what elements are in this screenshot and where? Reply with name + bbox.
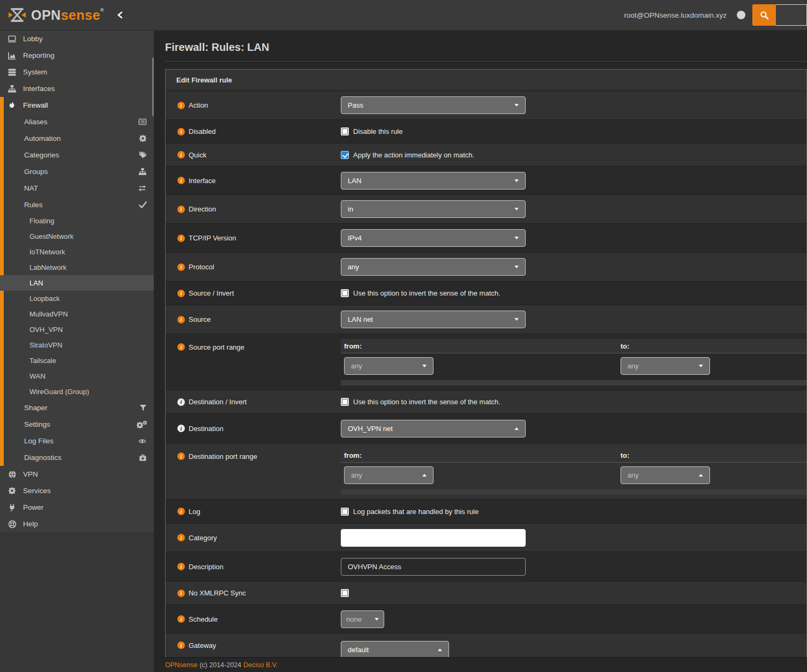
field-label: No XMLRPC Sync — [189, 589, 246, 597]
info-icon[interactable] — [177, 590, 185, 597]
gateway-select[interactable]: default — [341, 641, 449, 658]
sidebar-item-system[interactable]: System — [0, 64, 154, 80]
info-icon[interactable] — [177, 102, 185, 109]
selected-value: IPv4 — [348, 234, 362, 242]
no-xmlrpc-sync-checkbox[interactable] — [341, 589, 349, 597]
schedule-select[interactable]: none — [341, 610, 384, 628]
info-icon[interactable] — [177, 177, 185, 184]
edit-firewall-rule-panel: Edit Firewall rule Action Pass Disabled … — [165, 69, 807, 658]
sidebar-item-automation[interactable]: Automation — [0, 130, 154, 147]
sidebar-item-label: Firewall — [23, 101, 48, 109]
info-icon[interactable] — [177, 128, 185, 135]
sidebar-item-aliases[interactable]: Aliases — [0, 114, 154, 130]
row-interface: Interface LAN — [166, 167, 806, 195]
horizontal-scrollbar[interactable] — [341, 489, 806, 495]
search-input[interactable] — [776, 4, 807, 26]
category-input[interactable] — [341, 529, 526, 547]
info-icon[interactable] — [177, 615, 185, 623]
protocol-select[interactable]: any — [341, 258, 526, 276]
sidebar-item-stratovpn[interactable]: StratoVPN — [0, 337, 154, 353]
brand-logo[interactable]: OPNsense® — [0, 7, 154, 23]
sidebar-item-labnetwork[interactable]: LabNetwork — [0, 260, 154, 275]
log-checkbox[interactable] — [341, 508, 349, 516]
sidebar-item-label: OVH_VPN — [29, 326, 63, 334]
info-icon[interactable] — [177, 263, 185, 271]
sidebar-item-interfaces[interactable]: Interfaces — [0, 80, 154, 97]
destination-port-from-select[interactable]: any — [344, 466, 434, 484]
info-icon[interactable] — [177, 508, 185, 515]
caret-down-icon — [375, 618, 379, 621]
sidebar-item-wan[interactable]: WAN — [0, 368, 154, 384]
info-icon[interactable] — [177, 452, 185, 460]
source-select[interactable]: LAN net — [341, 311, 526, 328]
opnsense-link[interactable]: OPNsense — [165, 661, 197, 669]
destination-select[interactable]: OVH_VPN net — [341, 420, 526, 437]
info-icon[interactable] — [177, 563, 185, 570]
sidebar-item-services[interactable]: Services — [0, 482, 154, 499]
source-port-to-select[interactable]: any — [621, 357, 710, 375]
sidebar-item-groups[interactable]: Groups — [0, 163, 154, 180]
description-input[interactable] — [341, 558, 526, 576]
page-title: Firewall: Rules: LAN — [165, 41, 807, 54]
info-icon[interactable] — [177, 534, 185, 541]
quick-checkbox[interactable] — [341, 151, 349, 159]
info-icon[interactable] — [177, 398, 185, 406]
selected-value: any — [351, 471, 362, 479]
sidebar-item-firewall[interactable]: Firewall — [0, 97, 154, 114]
sidebar-item-ovh-vpn[interactable]: OVH_VPN — [0, 322, 154, 337]
destination-port-to-select[interactable]: any — [621, 466, 710, 484]
tags-icon — [138, 151, 147, 159]
tcpip-version-select[interactable]: IPv4 — [341, 229, 526, 247]
sidebar-item-iotnetwork[interactable]: IoTNetwork — [0, 244, 154, 260]
info-icon[interactable] — [177, 206, 185, 213]
sidebar-item-loopback[interactable]: Loopback — [0, 291, 154, 306]
info-icon[interactable] — [177, 290, 185, 297]
sidebar-item-power[interactable]: Power — [0, 499, 154, 516]
sidebar-item-mullvadvpn[interactable]: MullvadVPN — [0, 306, 154, 322]
source-port-from-select[interactable]: any — [344, 357, 434, 375]
row-source: Source LAN net — [166, 305, 806, 334]
sidebar-item-log-files[interactable]: Log Files — [0, 433, 154, 449]
caret-down-icon — [514, 266, 519, 268]
destination-invert-checkbox[interactable] — [341, 398, 349, 406]
interface-select[interactable]: LAN — [341, 172, 526, 190]
sidebar-item-lobby[interactable]: Lobby — [0, 31, 154, 47]
sidebar-collapse-chevron-left-icon[interactable] — [117, 11, 123, 19]
sidebar-item-wireguard-group[interactable]: WireGuard (Group) — [0, 384, 154, 399]
sidebar-item-diagnostics[interactable]: Diagnostics — [0, 449, 154, 466]
sidebar-item-rules[interactable]: Rules — [0, 197, 154, 213]
info-icon[interactable] — [177, 425, 185, 432]
selected-value: any — [351, 362, 362, 370]
deciso-link[interactable]: Deciso B.V. — [243, 661, 278, 669]
eye-icon — [138, 437, 147, 445]
info-icon[interactable] — [177, 641, 185, 649]
sidebar-item-vpn[interactable]: VPN — [0, 466, 154, 482]
direction-select[interactable]: in — [341, 200, 526, 218]
sidebar-item-reporting[interactable]: Reporting — [0, 47, 154, 64]
sidebar-item-settings[interactable]: Settings — [0, 416, 154, 433]
sidebar-item-nat[interactable]: NAT — [0, 180, 154, 197]
source-invert-checkbox[interactable] — [341, 289, 349, 297]
action-select[interactable]: Pass — [341, 96, 526, 114]
sidebar-item-help[interactable]: Help — [0, 516, 154, 532]
info-icon[interactable] — [177, 316, 185, 323]
sidebar-item-categories[interactable]: Categories — [0, 147, 154, 163]
search-button[interactable] — [752, 4, 776, 26]
sidebar-item-tailscale[interactable]: Tailscale — [0, 353, 154, 368]
info-icon[interactable] — [177, 151, 185, 158]
disabled-checkbox[interactable] — [341, 127, 349, 135]
sidebar-item-label: Services — [23, 487, 51, 495]
horizontal-scrollbar[interactable] — [341, 380, 806, 386]
sidebar-item-guestnetwork[interactable]: GuestNetwork — [0, 229, 154, 244]
row-quick: Quick Apply the action immediately on ma… — [166, 144, 806, 167]
info-icon[interactable] — [177, 343, 185, 351]
row-source-port-range: Source port range from: to: any — [166, 334, 806, 390]
sidebar-item-shaper[interactable]: Shaper — [0, 399, 154, 416]
caret-up-icon — [438, 648, 442, 651]
info-icon[interactable] — [177, 235, 185, 242]
sidebar-item-floating[interactable]: Floating — [0, 213, 154, 229]
sidebar-item-lan[interactable]: LAN — [0, 275, 154, 291]
brand-text: OPNsense® — [31, 7, 104, 23]
caret-down-icon — [422, 365, 427, 367]
sidebar-item-label: Rules — [24, 201, 43, 209]
